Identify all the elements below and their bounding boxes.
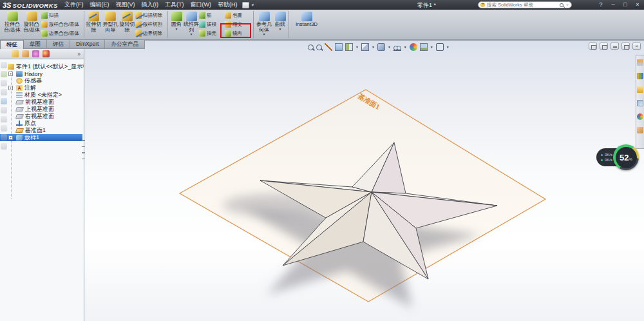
doc-minimize-button[interactable] (611, 43, 619, 50)
featuremanager-tree-icon[interactable] (12, 50, 19, 57)
new-document-caret-icon[interactable]: ▼ (251, 3, 254, 7)
zoom-to-fit-icon[interactable] (308, 44, 314, 50)
expand-icon[interactable]: + (8, 72, 13, 76)
tree-item-part-root[interactable]: 零件1 (默认<<默认>_显示状态 (0, 63, 84, 70)
download-speed: 0K/s (605, 158, 612, 162)
tab-evaluate[interactable]: 评估 (47, 40, 70, 49)
curves-button[interactable]: 曲线 ▼ (273, 11, 287, 38)
view-palette-icon[interactable] (637, 100, 643, 106)
dropdown-caret-icon[interactable]: ▼ (388, 43, 391, 51)
rib-button[interactable]: 筋 (199, 12, 225, 20)
hide-show-items-icon[interactable] (393, 43, 401, 51)
faded-icon (1, 107, 7, 113)
revolve-boss-button[interactable]: 旋转凸台/基体 (22, 11, 41, 38)
restore-button[interactable]: □ (621, 1, 630, 8)
reference-geometry-caret-icon[interactable]: ▼ (263, 33, 266, 36)
revolve-cut-button[interactable]: 旋转切除 (119, 11, 135, 38)
revolve-cut-icon (122, 12, 133, 21)
loft-cut-button[interactable]: 放样切割 (135, 21, 166, 29)
menu-tools[interactable]: 工具(T) (165, 1, 184, 9)
design-library-icon[interactable] (637, 73, 643, 79)
cpu-percent-unit: % (629, 157, 632, 161)
custom-properties-icon[interactable] (637, 127, 643, 133)
menu-window[interactable]: 窗口(W) (190, 1, 211, 9)
display-style-icon[interactable] (377, 43, 385, 51)
tree-item-sensors[interactable]: 传感器 (0, 77, 84, 84)
file-explorer-icon[interactable] (637, 86, 643, 93)
dropdown-caret-icon[interactable]: ▼ (430, 43, 433, 51)
new-document-icon[interactable] (242, 2, 249, 8)
faded-icon (1, 116, 7, 122)
fillet-button[interactable]: 圆角 ▼ (169, 11, 184, 38)
extrude-cut-button[interactable]: 拉伸切除 (86, 11, 102, 38)
graphics-viewport[interactable]: 基准面1 ▼ ▼ ▼ ▼ ▼ ▼ × (84, 40, 644, 321)
tab-sketch[interactable]: 草图 (24, 40, 47, 49)
menu-insert[interactable]: 插入(I) (141, 1, 158, 9)
display-manager-icon[interactable] (43, 50, 50, 57)
boundary-cut-button[interactable]: 边界切除 (135, 30, 166, 38)
linear-pattern-caret-icon[interactable]: ▼ (190, 33, 193, 36)
menu-edit[interactable]: 编辑(E) (90, 1, 109, 9)
performance-widget[interactable]: 0K/s 0K/s 52 % (596, 144, 639, 172)
dropdown-caret-icon[interactable]: ▼ (355, 43, 359, 51)
zoom-to-area-icon[interactable] (316, 44, 322, 50)
previous-view-icon[interactable] (335, 43, 343, 51)
extrude-boss-button[interactable]: 拉伸凸台/基体 (3, 11, 22, 38)
material-icon (16, 92, 23, 98)
rib-icon (199, 12, 205, 19)
magic-wand-icon[interactable] (325, 43, 332, 51)
tree-item-loft1[interactable]: + 放样1 (0, 134, 82, 141)
expand-icon[interactable]: + (8, 86, 13, 90)
logo-mark-icon: 3S (3, 1, 11, 9)
upload-dot-icon (601, 154, 603, 156)
doc-restore-button[interactable] (621, 43, 630, 50)
search-input[interactable]: ? 搜索 SolidWorks 帮助 ▼ (478, 1, 572, 8)
search-icon[interactable] (560, 3, 564, 7)
section-view-icon[interactable] (345, 43, 353, 51)
boundary-boss-button[interactable]: 边界凸台/基体 (41, 30, 82, 38)
search-caret-icon[interactable]: ▼ (565, 3, 569, 7)
view-settings-icon[interactable] (436, 43, 444, 51)
tab-dimxpert[interactable]: DimXpert (70, 40, 105, 49)
tab-features[interactable]: 特征 (0, 40, 24, 49)
headsup-view-toolbar: ▼ ▼ ▼ ▼ ▼ ▼ (308, 43, 450, 51)
reference-geometry-button[interactable]: 参考几何体 ▼ (255, 11, 273, 38)
download-dot-icon (601, 159, 603, 161)
faded-icon (1, 143, 7, 150)
property-manager-icon[interactable] (22, 50, 29, 57)
tab-office-products[interactable]: 办公室产品 (105, 40, 145, 49)
panel-splitter[interactable] (82, 140, 85, 159)
doc-window-icon[interactable] (600, 43, 608, 50)
tree-item-plane1[interactable]: 基准面1 (0, 127, 84, 134)
fillet-caret-icon[interactable]: ▼ (175, 28, 178, 31)
linear-pattern-button[interactable]: 线性阵列 ▼ (184, 11, 199, 38)
panel-overflow-chevron[interactable]: » (77, 51, 80, 57)
minimize-button[interactable]: – (609, 1, 618, 8)
instant3d-button[interactable]: Instant3D (290, 11, 323, 38)
edit-appearance-icon[interactable] (410, 43, 417, 51)
close-button[interactable]: × (633, 1, 642, 8)
doc-close-button[interactable]: × (632, 43, 641, 50)
loft-boss-button[interactable]: 放样凸台/基体 (41, 21, 82, 29)
tree-item-right-plane[interactable]: 右视基准面 (0, 113, 84, 120)
view-orientation-icon[interactable] (361, 43, 369, 51)
hole-wizard-button[interactable]: 异型孔向导 (102, 11, 119, 38)
tree-item-history[interactable]: + History (0, 70, 84, 77)
help-button[interactable]: ? (596, 1, 605, 8)
appearances-scenes-icon[interactable] (637, 113, 643, 120)
sweep-cut-button[interactable]: 扫描切除 (135, 12, 166, 20)
dropdown-caret-icon[interactable]: ▼ (446, 43, 450, 51)
sweep-button[interactable]: 扫描 (41, 12, 82, 20)
menu-help[interactable]: 帮助(H) (218, 1, 238, 9)
solidworks-resources-icon[interactable] (637, 59, 643, 66)
doc-window-icon[interactable] (589, 43, 597, 50)
curves-caret-icon[interactable]: ▼ (279, 28, 282, 31)
expand-icon[interactable]: + (8, 135, 13, 140)
wrap-button[interactable]: 包覆 (225, 12, 252, 20)
apply-scene-icon[interactable] (420, 43, 428, 51)
dropdown-caret-icon[interactable]: ▼ (372, 43, 375, 51)
configuration-manager-icon[interactable] (32, 50, 39, 57)
dropdown-caret-icon[interactable]: ▼ (404, 43, 407, 51)
menu-file[interactable]: 文件(F) (64, 1, 84, 9)
menu-view[interactable]: 视图(V) (115, 1, 135, 9)
